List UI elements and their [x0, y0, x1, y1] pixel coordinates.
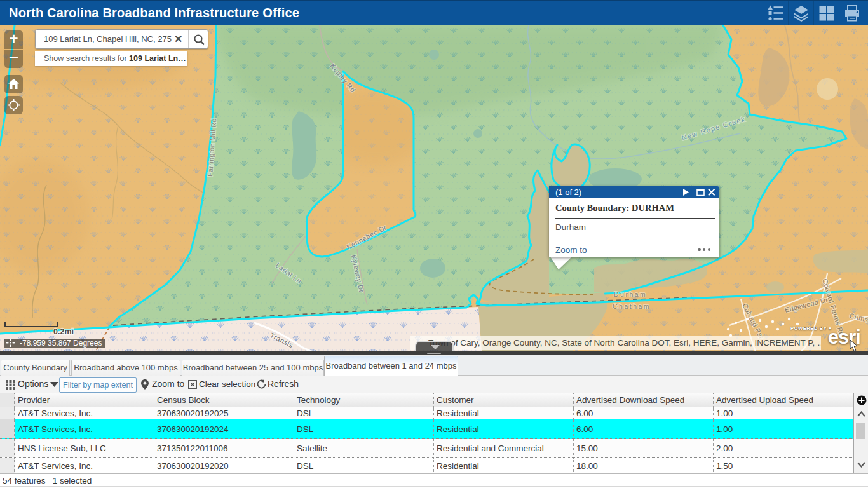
svg-text:0.2mi: 0.2mi — [53, 327, 74, 336]
svg-text:Chatham: Chatham — [613, 302, 651, 310]
svg-text:Durham: Durham — [614, 290, 647, 298]
